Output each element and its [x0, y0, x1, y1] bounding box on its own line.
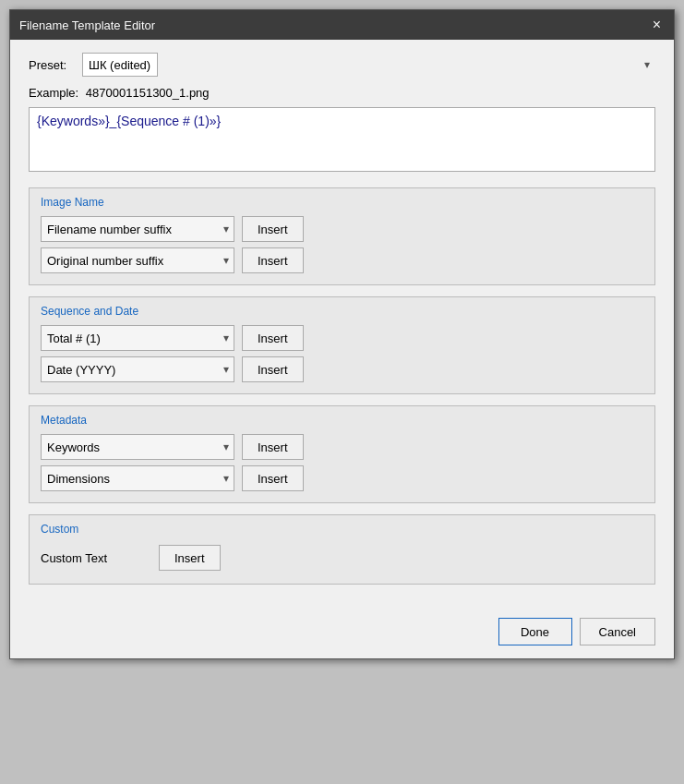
metadata-section-label: Metadata — [41, 414, 643, 427]
metadata-row-1: Keywords Insert — [41, 434, 643, 460]
original-number-suffix-select[interactable]: Original number suffix — [41, 247, 234, 273]
dimensions-insert-button[interactable]: Insert — [242, 465, 304, 491]
filename-number-suffix-wrapper: Filename number suffix — [41, 216, 234, 242]
sequence-date-row-2: Date (YYYY) Insert — [41, 356, 643, 382]
template-textarea[interactable] — [29, 107, 655, 172]
original-number-suffix-wrapper: Original number suffix — [41, 247, 234, 273]
example-row: Example: 4870001151300_1.png — [29, 86, 655, 100]
dimensions-wrapper: Dimensions — [41, 465, 234, 491]
filename-template-editor-dialog: Filename Template Editor × Preset: ШК (e… — [9, 9, 675, 659]
total-hash-select[interactable]: Total # (1) — [41, 325, 234, 351]
preset-row: Preset: ШК (edited) ▾ — [29, 53, 655, 77]
example-value: 4870001151300_1.png — [86, 86, 210, 100]
close-button[interactable]: × — [649, 16, 665, 34]
image-name-row-1: Filename number suffix Insert — [41, 216, 643, 242]
total-hash-wrapper: Total # (1) — [41, 325, 234, 351]
date-yyyy-wrapper: Date (YYYY) — [41, 356, 234, 382]
filename-number-suffix-select[interactable]: Filename number suffix — [41, 216, 234, 242]
metadata-row-2: Dimensions Insert — [41, 465, 643, 491]
preset-label: Preset: — [29, 58, 75, 72]
title-bar: Filename Template Editor × — [10, 10, 674, 40]
done-button[interactable]: Done — [498, 618, 572, 645]
preset-select[interactable]: ШК (edited) — [82, 53, 158, 77]
keywords-wrapper: Keywords — [41, 434, 234, 460]
preset-select-wrapper: ШК (edited) — [82, 53, 655, 77]
custom-section: Custom Custom Text Insert — [29, 514, 655, 585]
custom-text-label: Custom Text — [41, 551, 151, 565]
dimensions-select[interactable]: Dimensions — [41, 465, 234, 491]
sequence-date-row-1: Total # (1) Insert — [41, 325, 643, 351]
keywords-insert-button[interactable]: Insert — [242, 434, 304, 460]
dialog-body: Preset: ШК (edited) ▾ Example: 487000115… — [10, 40, 674, 610]
filename-number-suffix-insert-button[interactable]: Insert — [242, 216, 304, 242]
dialog-title: Filename Template Editor — [19, 18, 155, 32]
metadata-section: Metadata Keywords Insert Dimensions Inse… — [29, 405, 655, 503]
total-hash-insert-button[interactable]: Insert — [242, 325, 304, 351]
example-label: Example: — [29, 86, 78, 100]
keywords-select[interactable]: Keywords — [41, 434, 234, 460]
image-name-section-label: Image Name — [41, 196, 643, 209]
image-name-section: Image Name Filename number suffix Insert… — [29, 187, 655, 285]
sequence-date-section-label: Sequence and Date — [41, 305, 643, 318]
original-number-suffix-insert-button[interactable]: Insert — [242, 247, 304, 273]
image-name-row-2: Original number suffix Insert — [41, 247, 643, 273]
bottom-bar: Done Cancel — [10, 610, 674, 658]
custom-text-insert-button[interactable]: Insert — [159, 545, 221, 571]
sequence-date-section: Sequence and Date Total # (1) Insert Dat… — [29, 296, 655, 394]
date-yyyy-insert-button[interactable]: Insert — [242, 356, 304, 382]
date-yyyy-select[interactable]: Date (YYYY) — [41, 356, 234, 382]
custom-row: Custom Text Insert — [41, 545, 643, 571]
custom-section-label: Custom — [41, 523, 643, 536]
cancel-button[interactable]: Cancel — [580, 618, 655, 645]
